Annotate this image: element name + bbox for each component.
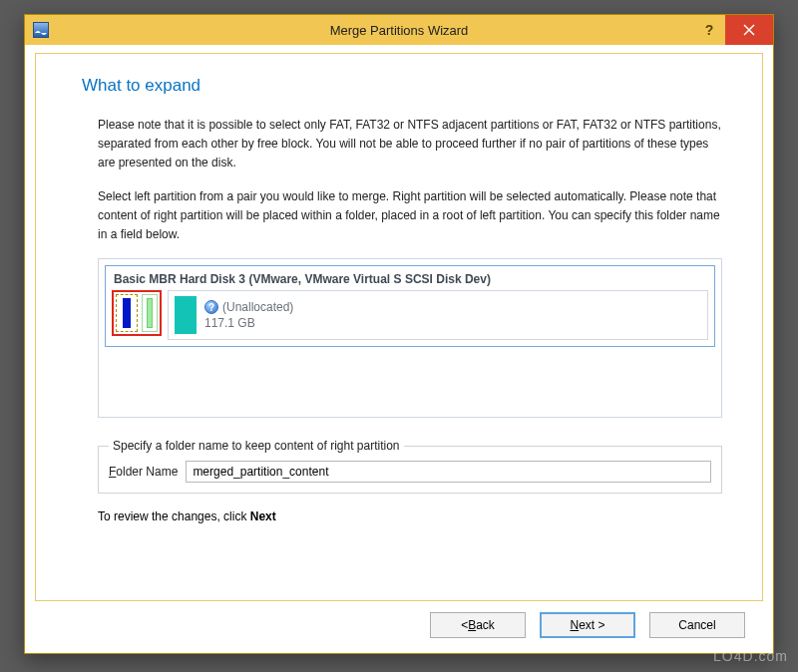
folder-name-legend: Specify a folder name to keep content of… [109, 439, 404, 453]
back-button[interactable]: < Back [430, 612, 526, 638]
unallocated-color-icon [175, 296, 197, 334]
review-hint: To review the changes, click Next [72, 509, 726, 523]
watermark: LO4D.com [713, 648, 788, 664]
close-button[interactable] [725, 15, 773, 45]
wizard-window: Merge Partitions Wizard ? What to expand… [24, 14, 774, 654]
selected-partition-pair[interactable] [112, 290, 162, 336]
page-heading: What to expand [72, 76, 726, 96]
window-controls: ? [693, 15, 773, 45]
next-button[interactable]: Next > [540, 612, 635, 638]
partition-right-fill [147, 298, 153, 328]
folder-name-label: Folder Name [109, 465, 178, 479]
unallocated-block[interactable]: ? (Unallocated) 117.1 GB [168, 290, 708, 340]
disk-panel: Basic MBR Hard Disk 3 (VMware, VMware Vi… [98, 258, 722, 418]
instruction-paragraph-2: Select left partition from a pair you wo… [72, 187, 726, 245]
wizard-content: What to expand Please note that it is po… [35, 53, 763, 601]
window-title: Merge Partitions Wizard [25, 23, 773, 38]
close-icon [743, 24, 755, 36]
partition-row: ? (Unallocated) 117.1 GB [112, 290, 708, 340]
cancel-button[interactable]: Cancel [649, 612, 745, 638]
unallocated-label: (Unallocated) [222, 300, 293, 314]
partition-left[interactable] [116, 294, 138, 332]
unallocated-size: 117.1 GB [204, 316, 293, 330]
wizard-footer: < Back Next > Cancel [35, 607, 763, 643]
partition-left-fill [123, 298, 131, 328]
app-icon [33, 22, 49, 38]
disk-title: Basic MBR Hard Disk 3 (VMware, VMware Vi… [112, 270, 708, 290]
unallocated-text: ? (Unallocated) 117.1 GB [204, 300, 293, 330]
help-button[interactable]: ? [693, 15, 725, 45]
disk-box: Basic MBR Hard Disk 3 (VMware, VMware Vi… [105, 265, 715, 347]
folder-name-section: Specify a folder name to keep content of… [98, 446, 722, 494]
folder-name-input[interactable] [186, 461, 711, 483]
question-icon: ? [204, 300, 218, 314]
instruction-paragraph-1: Please note that it is possible to selec… [72, 116, 726, 173]
titlebar: Merge Partitions Wizard ? [25, 15, 773, 45]
partition-right[interactable] [142, 294, 158, 332]
